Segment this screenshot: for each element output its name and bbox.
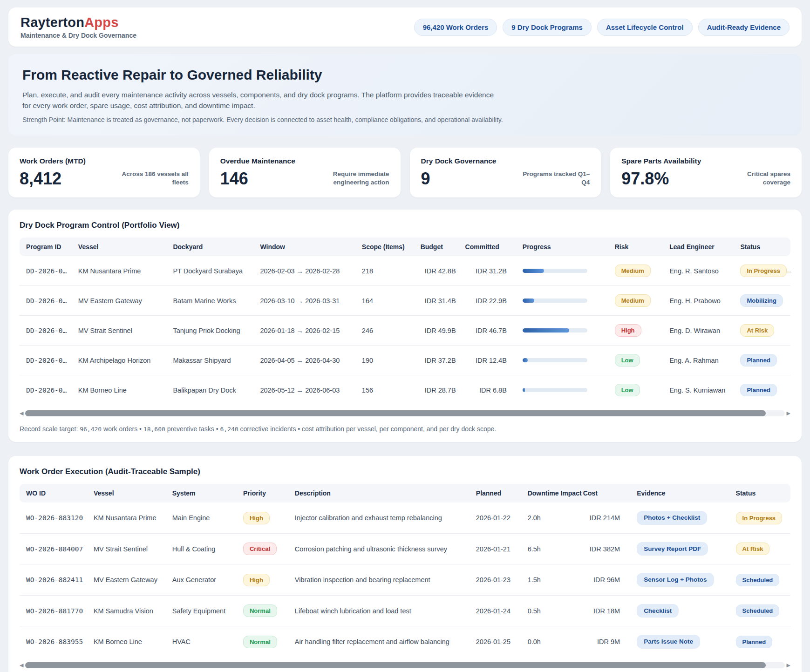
table-row[interactable]: DD-2026-034 KM Archipelago Horizon Makas… <box>20 346 790 375</box>
hero-description: Plan, execute, and audit every maintenan… <box>22 89 502 111</box>
kpi-title: Dry Dock Governance <box>421 157 590 165</box>
horizontal-scrollbar[interactable]: ◀ ▶ <box>20 409 790 417</box>
col-downtime: Downtime Impact <box>523 484 579 502</box>
description: Air handling filter replacement and airf… <box>290 626 471 657</box>
status-badge: At Risk <box>740 324 774 337</box>
vessel: KM Borneo Line <box>89 626 168 657</box>
app-subtitle: Maintenance & Dry Dock Governance <box>20 32 136 39</box>
scroll-left-icon[interactable]: ◀ <box>20 411 23 416</box>
col-status: Status <box>735 238 790 256</box>
committed: IDR 22.9B <box>461 286 511 316</box>
evidence-link[interactable]: Photos + Checklist <box>637 511 707 525</box>
kpi-title: Work Orders (MTD) <box>20 157 189 165</box>
table-row[interactable]: WO-2026-883955 KM Borneo Line HVAC Norma… <box>20 626 790 657</box>
cost: IDR 96M <box>579 564 625 596</box>
kpi-dry-dock-governance: Dry Dock Governance 9 Programs tracked Q… <box>410 148 601 198</box>
scroll-left-icon[interactable]: ◀ <box>20 663 23 668</box>
wo-id: WO-2026-881770 <box>20 595 89 626</box>
scroll-right-icon[interactable]: ▶ <box>787 411 790 416</box>
col-wo-id: WO ID <box>20 484 89 502</box>
status-badge: Scheduled <box>736 574 780 586</box>
progress-bar <box>523 299 587 303</box>
lead-engineer: Eng. A. Rahman <box>665 346 735 375</box>
kpi-caption: Critical spares coverage <box>721 170 790 188</box>
table-row[interactable]: DD-2026-029 MV Strait Sentinel Tanjung P… <box>20 316 790 346</box>
col-planned: Planned <box>471 484 523 502</box>
scroll-right-icon[interactable]: ▶ <box>787 663 790 668</box>
priority-badge: Normal <box>243 636 277 648</box>
priority-badge: Normal <box>243 604 277 617</box>
vessel: MV Strait Sentinel <box>74 316 169 346</box>
col-priority: Priority <box>238 484 290 502</box>
hero-title: From Reactive Repair to Governed Reliabi… <box>22 67 788 83</box>
evidence-link[interactable]: Checklist <box>637 604 679 618</box>
evidence-link[interactable]: Parts Issue Note <box>637 635 700 649</box>
description: Lifeboat winch lubrication and load test <box>290 595 471 626</box>
scrollbar-thumb[interactable] <box>25 410 765 416</box>
wo-id: WO-2026-883120 <box>20 502 89 533</box>
risk-badge: Low <box>615 354 640 367</box>
downtime-impact: 0.5h <box>523 595 579 626</box>
col-vessel: Vessel <box>89 484 168 502</box>
cost: IDR 382M <box>579 533 625 564</box>
window: 2026-03-10 → 2026-03-31 <box>255 286 357 316</box>
scrollbar-thumb[interactable] <box>25 662 765 668</box>
description: Injector calibration and exhaust temp re… <box>290 502 471 533</box>
priority-badge: High <box>243 574 270 586</box>
kpi-overdue-maintenance: Overdue Maintenance 146 Require immediat… <box>209 148 401 198</box>
dry-dock-table-title: Dry Dock Program Control (Portfolio View… <box>20 221 790 230</box>
table-row[interactable]: DD-2026-017 KM Nusantara Prime PT Dockya… <box>20 256 790 286</box>
risk-badge: High <box>615 324 641 337</box>
status-badge: Scheduled <box>736 604 780 617</box>
kpi-title: Overdue Maintenance <box>220 157 389 165</box>
scope: 164 <box>357 286 416 316</box>
description: Corrosion patching and ultrasonic thickn… <box>290 533 471 564</box>
window: 2026-04-05 → 2026-04-30 <box>255 346 357 375</box>
progress-bar <box>523 358 587 362</box>
table-row[interactable]: WO-2026-882411 MV Eastern Gateway Aux Ge… <box>20 564 790 596</box>
budget: IDR 37.2B <box>416 346 461 375</box>
system: HVAC <box>168 626 238 657</box>
budget: IDR 49.9B <box>416 316 461 346</box>
horizontal-scrollbar[interactable]: ◀ ▶ <box>20 662 790 669</box>
lead-engineer: Eng. R. Santoso <box>665 256 735 286</box>
dry-dock-header-row: Program ID Vessel Dockyard Window Scope … <box>20 238 790 256</box>
table-row[interactable]: DD-2026-041 KM Borneo Line Balikpapan Dr… <box>20 375 790 405</box>
planned-date: 2026-01-22 <box>471 502 523 533</box>
table-row[interactable]: WO-2026-883120 KM Nusantara Prime Main E… <box>20 502 790 533</box>
header-badges: 96,420 Work Orders 9 Dry Dock Programs A… <box>414 19 790 36</box>
col-progress: Progress <box>511 238 610 256</box>
kpi-row: Work Orders (MTD) 8,412 Across 186 vesse… <box>8 148 802 198</box>
col-system: System <box>168 484 238 502</box>
brand-block: RaytertonApps Maintenance & Dry Dock Gov… <box>20 15 136 39</box>
system: Main Engine <box>168 502 238 533</box>
evidence-link[interactable]: Survey Report PDF <box>637 542 708 556</box>
scrollbar-track[interactable] <box>25 410 784 416</box>
evidence-link[interactable]: Sensor Log + Photos <box>637 573 714 587</box>
table-row[interactable]: DD-2026-022 MV Eastern Gateway Batam Mar… <box>20 286 790 316</box>
col-evidence: Evidence <box>625 484 726 502</box>
kpi-value: 8,412 <box>20 170 61 187</box>
app-header: RaytertonApps Maintenance & Dry Dock Gov… <box>8 7 802 47</box>
budget: IDR 31.4B <box>416 286 461 316</box>
kpi-value: 9 <box>421 170 430 187</box>
committed: IDR 12.4B <box>461 346 511 375</box>
col-budget: Budget <box>416 238 461 256</box>
wo-id: WO-2026-884007 <box>20 533 89 564</box>
table-row[interactable]: WO-2026-881770 KM Samudra Vision Safety … <box>20 595 790 626</box>
budget: IDR 28.7B <box>416 375 461 405</box>
dry-dock-table: Program ID Vessel Dockyard Window Scope … <box>20 238 790 405</box>
planned-date: 2026-01-24 <box>471 595 523 626</box>
scope: 246 <box>357 316 416 346</box>
table-row[interactable]: WO-2026-884007 MV Strait Sentinel Hull &… <box>20 533 790 564</box>
lead-engineer: Eng. S. Kurniawan <box>665 375 735 405</box>
vessel: KM Nusantara Prime <box>74 256 169 286</box>
downtime-impact: 1.5h <box>523 564 579 596</box>
brand-primary: Rayterton <box>20 15 84 30</box>
scrollbar-track[interactable] <box>25 662 784 668</box>
col-vessel: Vessel <box>74 238 169 256</box>
badge-work-orders: 96,420 Work Orders <box>414 19 497 36</box>
committed: IDR 31.2B <box>461 256 511 286</box>
system: Hull & Coating <box>168 533 238 564</box>
priority-badge: High <box>243 512 270 524</box>
